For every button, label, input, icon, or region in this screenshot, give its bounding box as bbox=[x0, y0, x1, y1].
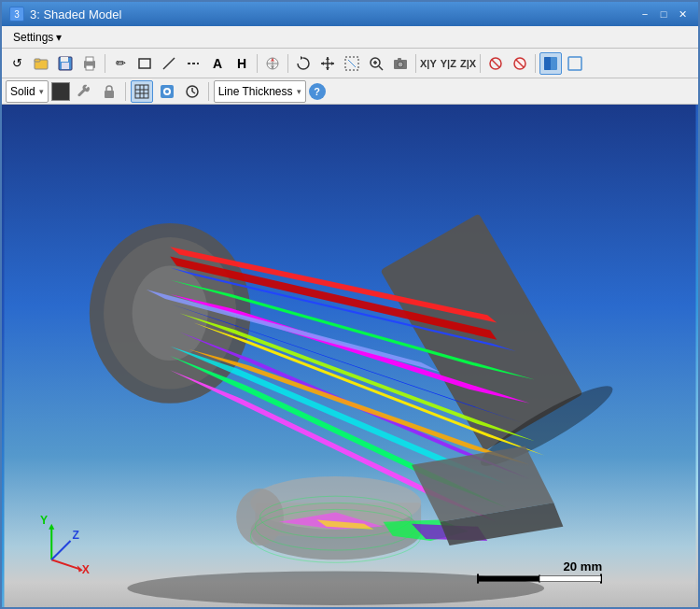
rectangle-button[interactable] bbox=[133, 52, 156, 75]
menu-bar: Settings ▾ bbox=[2, 26, 698, 49]
svg-rect-38 bbox=[568, 57, 581, 70]
rotate-button[interactable] bbox=[292, 52, 315, 75]
svg-text:20 mm: 20 mm bbox=[563, 559, 602, 574]
svg-point-47 bbox=[165, 90, 169, 93]
svg-rect-3 bbox=[61, 57, 68, 62]
text-a-button[interactable]: A bbox=[206, 52, 229, 75]
view-shaded-button[interactable] bbox=[539, 52, 562, 75]
wrench-button[interactable] bbox=[73, 80, 95, 103]
zoom-box-button[interactable] bbox=[341, 52, 363, 75]
window-title: 3: Shaded Model bbox=[30, 7, 637, 21]
title-controls: − □ ✕ bbox=[637, 7, 691, 21]
svg-rect-4 bbox=[62, 63, 69, 69]
text-h-button[interactable]: H bbox=[231, 52, 253, 75]
zoom-button[interactable] bbox=[365, 52, 387, 75]
svg-line-9 bbox=[163, 58, 175, 69]
settings-arrow: ▾ bbox=[56, 31, 62, 44]
svg-rect-7 bbox=[86, 65, 93, 70]
solid-label: Solid bbox=[10, 85, 35, 98]
sep5 bbox=[480, 54, 481, 73]
camera-button[interactable] bbox=[389, 52, 412, 75]
restore-button[interactable]: □ bbox=[655, 7, 672, 21]
svg-marker-19 bbox=[326, 57, 329, 60]
color-swatch[interactable] bbox=[51, 82, 70, 101]
save-button[interactable] bbox=[54, 52, 77, 75]
svg-rect-31 bbox=[398, 58, 401, 61]
line-thickness-dropdown[interactable]: Line Thickness ▾ bbox=[214, 80, 306, 103]
grid-button[interactable] bbox=[131, 80, 153, 103]
svg-rect-6 bbox=[86, 57, 93, 62]
line-thickness-label: Line Thickness bbox=[218, 85, 293, 98]
refresh-button[interactable]: ↺ bbox=[6, 52, 28, 75]
svg-rect-8 bbox=[139, 59, 150, 68]
svg-rect-98 bbox=[539, 576, 601, 582]
solid-arrow: ▾ bbox=[39, 87, 44, 96]
compass-button[interactable] bbox=[261, 52, 284, 75]
svg-line-24 bbox=[348, 60, 356, 67]
viewport: X Y Z 20 mm bbox=[2, 105, 698, 607]
line-button[interactable] bbox=[158, 52, 180, 75]
minimize-button[interactable]: − bbox=[637, 7, 653, 21]
print-button[interactable] bbox=[78, 52, 101, 75]
open-button[interactable] bbox=[30, 52, 52, 75]
lock-button[interactable] bbox=[98, 80, 120, 103]
view-wire-button[interactable] bbox=[564, 52, 586, 75]
clock-button[interactable] bbox=[181, 80, 203, 103]
close-button[interactable]: ✕ bbox=[674, 7, 691, 21]
svg-marker-16 bbox=[301, 56, 303, 60]
sep6 bbox=[535, 54, 536, 73]
yz-label: Y|Z bbox=[441, 58, 456, 69]
svg-marker-22 bbox=[331, 62, 334, 65]
settings-label: Settings bbox=[13, 31, 53, 44]
sep3 bbox=[287, 54, 288, 73]
help-button[interactable]: ? bbox=[309, 83, 326, 100]
svg-text:X: X bbox=[82, 563, 91, 576]
toolbar-main: ↺ ✏ A H bbox=[2, 49, 698, 78]
sep4 bbox=[415, 54, 416, 73]
zx-label: Z|X bbox=[460, 58, 476, 69]
svg-marker-21 bbox=[321, 62, 324, 65]
move-button[interactable] bbox=[316, 52, 339, 75]
title-bar: 3 3: Shaded Model − □ ✕ bbox=[2, 2, 698, 26]
svg-rect-97 bbox=[478, 576, 539, 582]
svg-text:Z: Z bbox=[73, 529, 80, 542]
sep2 bbox=[257, 54, 258, 73]
svg-marker-20 bbox=[326, 67, 329, 70]
svg-line-33 bbox=[492, 60, 499, 67]
svg-rect-37 bbox=[544, 57, 551, 70]
model-view: X Y Z 20 mm bbox=[2, 105, 698, 607]
svg-rect-39 bbox=[105, 91, 114, 98]
settings-menu[interactable]: Settings ▾ bbox=[6, 29, 69, 46]
xyz-label: X|Y bbox=[420, 58, 437, 69]
sep-toolbar2 bbox=[125, 82, 126, 101]
main-window: 3 3: Shaded Model − □ ✕ Settings ▾ ↺ bbox=[0, 0, 700, 609]
no-symbol-2-button[interactable] bbox=[509, 52, 531, 75]
solid-dropdown[interactable]: Solid ▾ bbox=[6, 80, 49, 103]
help-label: ? bbox=[314, 86, 320, 97]
svg-text:Y: Y bbox=[40, 514, 48, 527]
xyz-group: X|Y Y|Z Z|X bbox=[420, 58, 476, 69]
dash-button[interactable] bbox=[182, 52, 204, 75]
no-symbol-1-button[interactable] bbox=[484, 52, 507, 75]
toolbar-secondary: Solid ▾ Line Thickness ▾ bbox=[2, 78, 698, 105]
svg-point-30 bbox=[398, 62, 403, 67]
svg-rect-1 bbox=[35, 59, 40, 62]
snapshot-button[interactable] bbox=[156, 80, 178, 103]
svg-line-26 bbox=[379, 66, 383, 70]
svg-rect-40 bbox=[135, 85, 148, 98]
svg-line-50 bbox=[192, 92, 195, 93]
sep1 bbox=[105, 54, 105, 73]
window-icon: 3 bbox=[9, 7, 24, 21]
sep-toolbar2b bbox=[208, 82, 209, 101]
line-thickness-arrow: ▾ bbox=[297, 87, 301, 96]
pencil-button[interactable]: ✏ bbox=[109, 52, 132, 75]
